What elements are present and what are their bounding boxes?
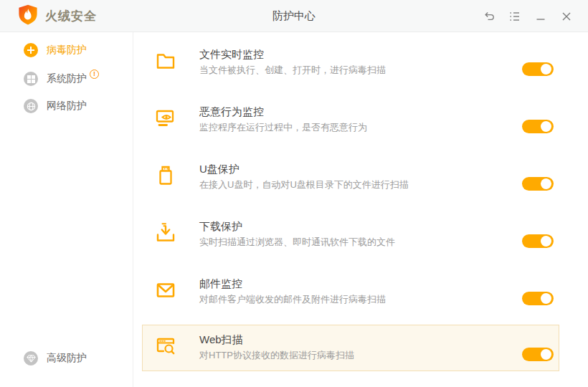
toggle-switch[interactable] xyxy=(522,62,554,76)
system-protection-icon xyxy=(24,72,38,86)
sidebar-item-label: 系统防护 xyxy=(47,72,87,85)
row-web-scan[interactable]: Web扫描 对HTTP协议接收的数据进行病毒扫描 xyxy=(142,325,559,371)
row-malicious-behavior-monitor[interactable]: 恶意行为监控 监控程序在运行过程中，是否有恶意行为 xyxy=(142,97,559,154)
window-controls xyxy=(476,0,579,32)
minimize-icon[interactable] xyxy=(528,0,554,32)
folder-icon xyxy=(155,50,176,72)
row-description: 在接入U盘时，自动对U盘根目录下的文件进行扫描 xyxy=(199,178,409,191)
row-description: 当文件被执行、创建、打开时，进行病毒扫描 xyxy=(199,64,386,77)
row-title: Web扫描 xyxy=(199,333,243,347)
network-protection-icon xyxy=(24,99,38,113)
advanced-protection-icon xyxy=(24,351,38,366)
web-scan-icon xyxy=(155,335,176,357)
row-title: 下载保护 xyxy=(199,220,242,234)
menu-icon[interactable] xyxy=(502,0,528,32)
row-download-protection[interactable]: 下载保护 实时扫描通过浏览器、即时通讯软件下载的文件 xyxy=(142,211,559,269)
row-title: 恶意行为监控 xyxy=(199,105,264,119)
sidebar-item-label: 高级防护 xyxy=(47,352,87,365)
virus-protection-icon xyxy=(24,43,38,57)
monitor-eye-icon xyxy=(155,108,176,129)
row-usb-protection[interactable]: U盘保护 在接入U盘时，自动对U盘根目录下的文件进行扫描 xyxy=(142,154,559,211)
sidebar-item-virus-protection[interactable]: 病毒防护 xyxy=(24,42,87,59)
row-description: 实时扫描通过浏览器、即时通讯软件下载的文件 xyxy=(199,236,395,249)
toggle-knob xyxy=(541,64,551,75)
row-file-realtime-monitor[interactable]: 文件实时监控 当文件被执行、创建、打开时，进行病毒扫描 xyxy=(142,39,559,97)
sidebar-item-advanced-protection[interactable]: 高级防护 xyxy=(24,350,87,367)
toggle-switch[interactable] xyxy=(522,120,554,133)
sidebar-item-network-protection[interactable]: 网络防护 xyxy=(24,97,87,115)
sidebar: 病毒防护 系统防护 ! 网络防护 xyxy=(0,32,133,387)
toggle-knob xyxy=(541,178,551,189)
toggle-switch[interactable] xyxy=(522,234,554,248)
toggle-knob xyxy=(541,236,551,247)
row-description: 监控程序在运行过程中，是否有恶意行为 xyxy=(199,121,367,134)
back-icon[interactable] xyxy=(476,0,502,32)
app-window: 火绒安全 防护中心 xyxy=(0,0,588,387)
download-icon xyxy=(155,222,176,244)
sidebar-item-label: 病毒防护 xyxy=(47,44,87,57)
toggle-switch[interactable] xyxy=(522,177,554,191)
toggle-switch[interactable] xyxy=(522,292,554,305)
row-title: 文件实时监控 xyxy=(199,48,264,62)
titlebar: 火绒安全 防护中心 xyxy=(0,0,588,32)
row-title: 邮件监控 xyxy=(199,277,242,291)
row-description: 对HTTP协议接收的数据进行病毒扫描 xyxy=(199,349,354,362)
usb-icon xyxy=(155,165,176,186)
toggle-knob xyxy=(541,121,551,132)
toggle-knob xyxy=(541,293,551,304)
sidebar-item-system-protection[interactable]: 系统防护 ! xyxy=(24,70,99,87)
row-title: U盘保护 xyxy=(199,163,240,176)
toggle-switch[interactable] xyxy=(522,348,554,361)
row-mail-monitor[interactable]: 邮件监控 对邮件客户端收发的邮件及附件进行病毒扫描 xyxy=(142,269,559,326)
mail-icon xyxy=(155,280,176,301)
close-icon[interactable] xyxy=(554,0,579,32)
sidebar-item-label: 网络防护 xyxy=(47,100,87,113)
warning-badge: ! xyxy=(90,70,99,79)
toggle-knob xyxy=(541,349,551,360)
row-description: 对邮件客户端收发的邮件及附件进行病毒扫描 xyxy=(199,293,386,306)
